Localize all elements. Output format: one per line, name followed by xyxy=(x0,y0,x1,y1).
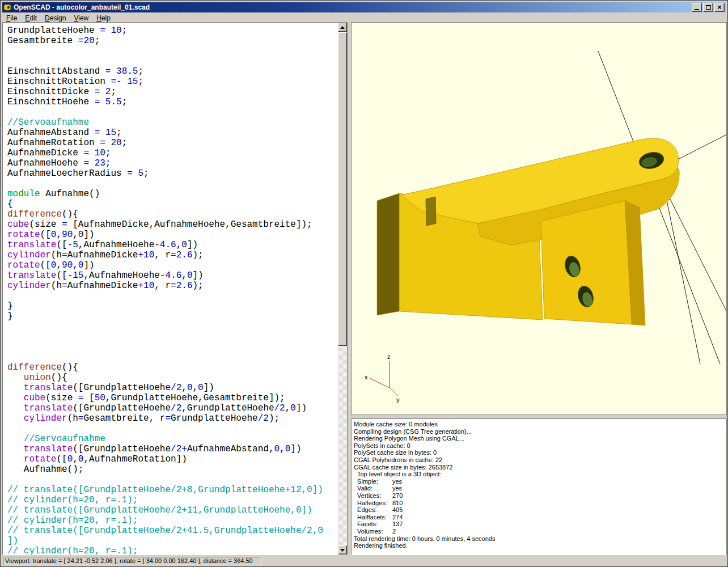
console-line: Module cache size: 0 modules xyxy=(354,421,724,428)
maximize-icon xyxy=(706,5,711,10)
title-bar[interactable]: OpenSCAD - autocolor_anbauteil_01.scad × xyxy=(2,2,726,12)
code-line[interactable]: AufnahmeDicke = 10; xyxy=(7,148,338,158)
console-line: Total rendering time: 0 hours, 0 minutes… xyxy=(354,535,724,543)
code-line[interactable]: rotate([0,90,0]) xyxy=(7,260,338,270)
code-line[interactable]: translate([GrundplatteHoehe/2,0,0]) xyxy=(7,383,338,393)
axis-label-y: y xyxy=(396,396,400,403)
code-line[interactable] xyxy=(7,475,338,485)
menu-item-view[interactable]: View xyxy=(70,13,92,23)
app-icon[interactable] xyxy=(3,3,11,11)
code-line[interactable]: GrundplatteHoehe = 10; xyxy=(7,26,338,36)
code-line[interactable]: rotate([0,90,0]) xyxy=(7,230,338,240)
menu-item-help[interactable]: Help xyxy=(92,13,115,23)
code-line[interactable]: translate([GrundplatteHoehe/2+AufnahmeAb… xyxy=(7,444,338,454)
code-line[interactable]: //Servoaufnahme xyxy=(7,117,338,128)
viewport-3d[interactable]: z x y xyxy=(351,22,727,415)
model-3d xyxy=(377,138,679,325)
console-line: CGAL cache size in bytes: 2653872 xyxy=(354,464,724,471)
code-line[interactable]: translate([-15,AufnahmeHoehe-4.6,0]) xyxy=(7,270,338,281)
code-line[interactable]: } xyxy=(7,301,338,311)
minimize-icon xyxy=(695,9,699,10)
console-line: PolySets in cache: 0 xyxy=(354,442,724,450)
code-line[interactable]: Aufnahme(); xyxy=(7,464,338,475)
console-line: Top level object is a 3D object: xyxy=(354,471,724,478)
code-line[interactable]: module Aufnahme() xyxy=(7,189,338,199)
status-viewport-text: Viewport: translate = [ 24.21 -0.52 2.06… xyxy=(3,557,261,565)
console-line: Volumes:2 xyxy=(354,528,724,535)
code-line[interactable] xyxy=(7,107,338,117)
viewport-render: z x y xyxy=(352,23,726,414)
editor-pane[interactable]: GrundplatteHoehe = 10;Gesamtbreite =20;E… xyxy=(2,22,348,555)
scroll-down-icon xyxy=(340,549,345,554)
code-line[interactable]: } xyxy=(7,311,338,321)
app-window: OpenSCAD - autocolor_anbauteil_01.scad ×… xyxy=(0,0,728,567)
code-area[interactable]: GrundplatteHoehe = 10;Gesamtbreite =20;E… xyxy=(3,23,338,555)
code-line[interactable]: // cylinder(h=20, r=.1); xyxy=(7,515,338,526)
code-line[interactable] xyxy=(7,179,338,189)
code-line[interactable]: // translate([GrundplatteHoehe/2+11,Grun… xyxy=(7,505,338,515)
code-line[interactable]: // translate([GrundplatteHoehe/2+41.5,Gr… xyxy=(7,526,338,536)
console-line: Vertices:270 xyxy=(354,492,724,500)
console-line: Facets:137 xyxy=(354,521,724,528)
code-line[interactable]: rotate([0,0,AufnahmeRotation]) xyxy=(7,454,338,464)
scroll-down-button[interactable] xyxy=(338,545,347,555)
code-line[interactable]: AufnahmeHoehe = 23; xyxy=(7,158,338,168)
axis-indicator: z x y xyxy=(365,353,400,403)
editor-scrollbar[interactable] xyxy=(338,23,347,555)
scroll-up-button[interactable] xyxy=(338,23,347,32)
code-line[interactable]: cylinder(h=Gesamtbreite, r=GrundplatteHo… xyxy=(7,413,338,424)
menu-item-edit[interactable]: Edit xyxy=(21,13,41,23)
console-line: PolySet cache size in bytes: 0 xyxy=(354,449,724,456)
code-line[interactable]: ]) xyxy=(7,536,338,546)
axis-label-x: x xyxy=(365,374,368,380)
code-line[interactable]: { xyxy=(7,199,338,209)
code-line[interactable] xyxy=(7,291,338,301)
code-line[interactable]: AufnahmeRotation = 20; xyxy=(7,138,338,148)
code-line[interactable]: EinschnittAbstand = 38.5; xyxy=(7,66,338,77)
code-line[interactable]: // cylinder(h=20, r=.1); xyxy=(7,495,338,505)
menu-item-file[interactable]: File xyxy=(2,13,21,23)
model-slot xyxy=(426,197,436,226)
console-line: CGAL Polyhedrons in cache: 22 xyxy=(354,456,724,464)
code-line[interactable]: cylinder(h=AufnahmeDicke+10, r=2.6); xyxy=(7,281,338,291)
console-line: Halfedges:810 xyxy=(354,500,724,507)
scroll-up-icon xyxy=(340,24,345,29)
code-line[interactable] xyxy=(7,332,338,342)
code-line[interactable]: EinschnittRotation =- 15; xyxy=(7,77,338,87)
code-line[interactable]: union(){ xyxy=(7,373,338,383)
console-line: Edges:405 xyxy=(354,506,724,514)
code-line[interactable]: difference(){ xyxy=(7,362,338,373)
code-line[interactable]: EinschnittHoehe = 5.5; xyxy=(7,97,338,107)
code-line[interactable]: //Servoaufnahme xyxy=(7,434,338,444)
code-line[interactable]: translate([GrundplatteHoehe/2,Grundplatt… xyxy=(7,403,338,413)
menu-item-design[interactable]: Design xyxy=(41,13,70,23)
code-line[interactable]: cube(size = [50,GrundplatteHoehe,Gesamtb… xyxy=(7,393,338,403)
code-line[interactable]: AufnahmeLoecherRadius = 5; xyxy=(7,168,338,179)
console-line: Valid:yes xyxy=(354,485,724,492)
code-line[interactable]: cube(size = [AufnahmeDicke,AufnahmeHoehe… xyxy=(7,219,338,230)
code-line[interactable]: translate([-5,AufnahmeHoehe-4.6,0]) xyxy=(7,240,338,250)
axis-label-z: z xyxy=(387,353,391,360)
console-line: Simple:yes xyxy=(354,478,724,485)
code-line[interactable]: AufnahmeAbstand = 15; xyxy=(7,128,338,138)
code-line[interactable] xyxy=(7,352,338,362)
window-controls: × xyxy=(692,3,725,12)
code-line[interactable] xyxy=(7,342,338,352)
code-line[interactable]: EinschnittDicke = 2; xyxy=(7,87,338,97)
close-button[interactable]: × xyxy=(714,3,725,12)
minimize-button[interactable] xyxy=(692,3,702,12)
close-icon: × xyxy=(717,5,721,10)
code-line[interactable] xyxy=(7,321,338,332)
code-line[interactable] xyxy=(7,424,338,434)
console-line: Halffacets:274 xyxy=(354,514,724,521)
code-line[interactable]: // cylinder(h=20, r=.1); xyxy=(7,546,338,555)
code-line[interactable]: difference(){ xyxy=(7,209,338,219)
status-bar: Viewport: translate = [ 24.21 -0.52 2.06… xyxy=(1,556,727,566)
code-line[interactable]: cylinder(h=AufnahmeDicke+10, r=2.6); xyxy=(7,250,338,260)
maximize-button[interactable] xyxy=(703,3,713,12)
scrollbar-thumb[interactable] xyxy=(338,32,347,346)
code-line[interactable]: Gesamtbreite =20; xyxy=(7,36,338,46)
code-line[interactable]: // translate([GrundplatteHoehe/2+8,Grund… xyxy=(7,485,338,495)
code-line[interactable] xyxy=(7,56,338,66)
code-line[interactable] xyxy=(7,46,338,56)
